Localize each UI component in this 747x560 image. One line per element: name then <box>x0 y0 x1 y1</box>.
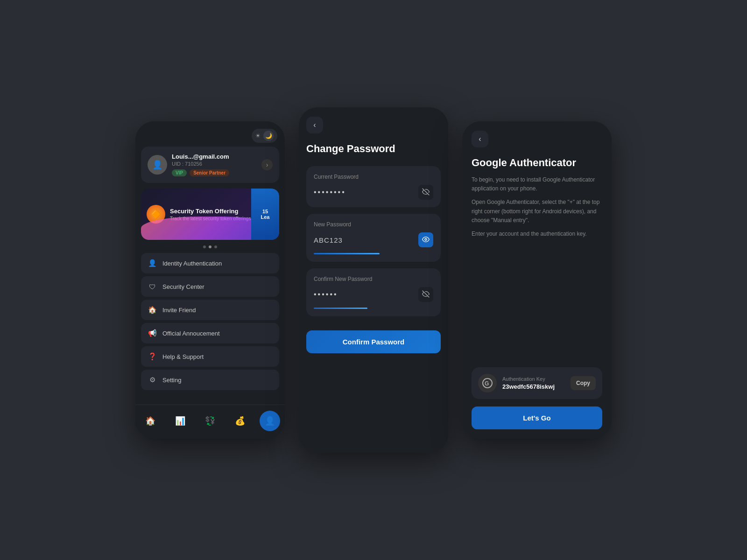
menu-item-security[interactable]: 🛡 Security Center <box>141 276 279 297</box>
nav-exchange[interactable]: 💱 <box>200 411 220 431</box>
bottom-nav: 🏠 📊 💱 💰 👤 <box>135 405 285 439</box>
current-password-label: Current Password <box>314 174 433 180</box>
invite-icon: 🏠 <box>148 305 157 315</box>
nav-chart[interactable]: 📊 <box>170 411 190 431</box>
key-value: 23wedfc5678iskwj <box>502 383 565 390</box>
profile-arrow-icon[interactable]: › <box>261 159 273 170</box>
eye-open-icon <box>422 236 430 245</box>
announcement-icon: 📢 <box>148 329 157 338</box>
back-button[interactable]: ‹ <box>306 117 323 133</box>
auth-key-card: G Authentication Key 23wedfc5678iskwj Co… <box>472 367 602 399</box>
menu-item-setting[interactable]: ⚙ Setting <box>141 370 279 390</box>
nav-wallet[interactable]: 💰 <box>230 411 250 431</box>
profile-card[interactable]: 👤 Louis...@gmail.com UID : 710256 VIP Se… <box>141 147 279 183</box>
copy-button[interactable]: Copy <box>571 376 596 390</box>
dot-2 <box>209 245 211 248</box>
identity-label: Identity Authentication <box>162 260 222 267</box>
confirm-password-value: •••••• <box>314 290 338 299</box>
new-password-eye-button[interactable] <box>418 232 433 247</box>
current-password-eye-button[interactable] <box>418 185 433 200</box>
new-password-value: ABC123 <box>314 236 343 244</box>
auth-desc-3: Enter your account and the authenticatio… <box>472 230 602 238</box>
auth-desc-1: To begin, you need to install Google Aut… <box>472 175 602 193</box>
nav-home[interactable]: 🏠 <box>140 411 161 431</box>
confirm-password-row: •••••• <box>314 287 433 302</box>
auth-title: Google Authenticator <box>472 157 602 169</box>
profile-info: Louis...@gmail.com UID : 710256 VIP Seni… <box>172 153 229 176</box>
menu-item-announcement[interactable]: 📢 Official Annoucement <box>141 323 279 343</box>
theme-toggle[interactable]: ☀ 🌙 <box>252 129 277 143</box>
eye-slash-icon-2 <box>422 290 430 299</box>
profile-uid: UID : 710256 <box>172 161 229 167</box>
dot-1 <box>203 245 206 248</box>
page-title: Change Password <box>306 143 441 155</box>
nav-profile[interactable]: 👤 <box>260 411 280 431</box>
setting-label: Setting <box>162 377 181 384</box>
banner-title: Security Token Offering <box>170 208 251 215</box>
lets-go-button[interactable]: Let's Go <box>472 406 602 429</box>
confirm-password-label: Confirm New Password <box>314 276 433 282</box>
current-password-value: •••••••• <box>314 188 346 196</box>
dot-3 <box>214 245 217 248</box>
partner-badge: Senior Partner <box>190 169 229 176</box>
profile-email: Louis...@gmail.com <box>172 153 229 160</box>
auth-back-button[interactable]: ‹ <box>472 131 488 147</box>
password-strength-bar <box>314 253 380 254</box>
banner-main: 🔶 Security Token Offering Track the late… <box>141 189 279 240</box>
banner-side-label: Lea <box>261 214 270 220</box>
google-auth-icon: G <box>478 374 497 392</box>
menu-item-help[interactable]: ❓ Help & Support <box>141 346 279 367</box>
profile-left: 👤 Louis...@gmail.com UID : 710256 VIP Se… <box>148 153 229 176</box>
auth-content: Google Authenticator To begin, you need … <box>472 157 602 429</box>
avatar: 👤 <box>148 155 167 175</box>
header: ☀ 🌙 <box>135 121 285 147</box>
confirm-password-eye-button[interactable] <box>418 287 433 302</box>
confirm-password-button[interactable]: Confirm Password <box>306 330 441 353</box>
menu-list: 👤 Identity Authentication 🛡 Security Cen… <box>135 253 285 401</box>
auth-desc-2: Open Google Authenticator, select the "+… <box>472 198 602 225</box>
moon-icon: 🌙 <box>263 131 274 141</box>
banner-side: 15 Lea <box>251 189 279 240</box>
phone-authenticator: ‹ Google Authenticator To begin, you nee… <box>462 121 612 439</box>
phone-change-password: ‹ Change Password Current Password •••••… <box>299 107 448 453</box>
key-info: Authentication Key 23wedfc5678iskwj <box>502 376 565 390</box>
confirm-strength-bar <box>314 308 367 309</box>
confirm-password-section: Confirm New Password •••••• <box>306 268 441 316</box>
invite-label: Invite Friend <box>162 307 196 314</box>
menu-item-invite[interactable]: 🏠 Invite Friend <box>141 300 279 320</box>
help-icon: ❓ <box>148 352 157 361</box>
current-password-section: Current Password •••••••• <box>306 166 441 207</box>
security-icon: 🛡 <box>148 282 157 291</box>
banner-dots <box>135 245 285 248</box>
security-label: Security Center <box>162 283 204 290</box>
profile-badges: VIP Senior Partner <box>172 169 229 176</box>
new-password-section: New Password ABC123 <box>306 214 441 262</box>
banner-number: 15 <box>262 209 268 214</box>
banner-area[interactable]: 🔶 Security Token Offering Track the late… <box>141 189 279 240</box>
vip-badge: VIP <box>172 169 187 176</box>
current-password-row: •••••••• <box>314 185 433 200</box>
setting-icon: ⚙ <box>148 375 157 385</box>
key-label: Authentication Key <box>502 376 565 382</box>
svg-point-1 <box>425 238 427 240</box>
svg-text:G: G <box>485 380 489 387</box>
menu-item-identity[interactable]: 👤 Identity Authentication <box>141 253 279 273</box>
phone-menu: ☀ 🌙 👤 Louis...@gmail.com UID : 710256 VI… <box>135 121 285 439</box>
new-password-row: ABC123 <box>314 232 433 247</box>
help-label: Help & Support <box>162 353 204 360</box>
announcement-label: Official Annoucement <box>162 330 220 337</box>
sun-icon: ☀ <box>255 133 261 139</box>
eye-slash-icon <box>422 188 430 197</box>
identity-icon: 👤 <box>148 259 157 268</box>
new-password-label: New Password <box>314 221 433 228</box>
